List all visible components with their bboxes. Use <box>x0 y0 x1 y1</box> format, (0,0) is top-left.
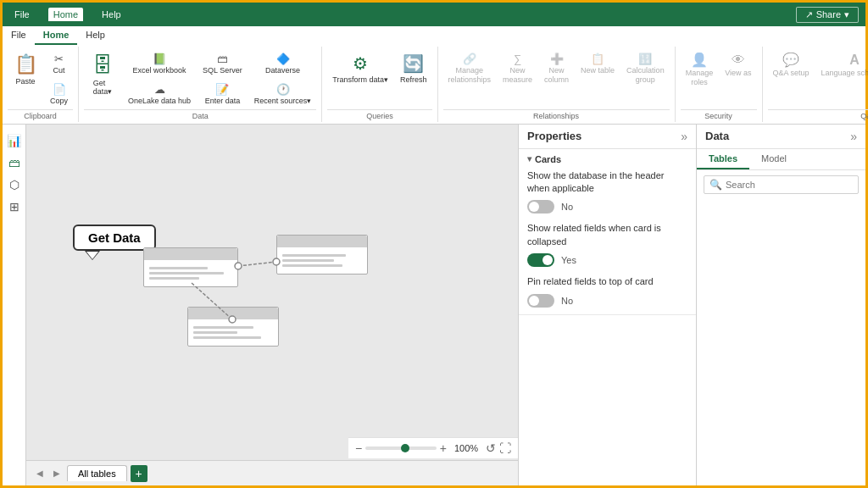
toggle-pin-related[interactable] <box>527 294 554 308</box>
callout-text: Get Data <box>88 230 141 245</box>
data-title: Data <box>705 130 729 142</box>
table-card-2-header <box>277 236 367 247</box>
language-schema-button[interactable]: A Language schema▾ <box>816 50 868 81</box>
enter-data-button[interactable]: 📝 Enter data <box>198 80 248 109</box>
onelake-icon: ☁ <box>154 84 165 95</box>
left-sidebar: 📊 🗃 ⬡ ⊞ <box>3 125 26 485</box>
zoom-plus-btn[interactable]: + <box>440 441 447 455</box>
zoom-minus-btn[interactable]: − <box>355 441 362 455</box>
sidebar-icon-report[interactable]: 📊 <box>5 131 24 150</box>
manage-rel-button[interactable]: 🔗 Managerelationships <box>443 50 497 88</box>
menu-help[interactable]: Help <box>97 8 126 21</box>
ribbon-group-security: 👤 Manageroles 👁 View as Security <box>676 47 763 122</box>
qa-setup-button[interactable]: 💬 Q&A setup <box>768 50 815 81</box>
property-pin-related: Pin related fields to top of card No <box>527 275 687 307</box>
menu-file[interactable]: File <box>9 8 35 21</box>
table-line <box>149 277 199 280</box>
new-measure-button[interactable]: ∑ Newmeasure <box>498 50 537 88</box>
toggle-show-related[interactable] <box>527 253 554 267</box>
table-card-2[interactable] <box>276 235 368 274</box>
chevron-icon: ▾ <box>527 154 531 164</box>
connector-lines <box>26 125 518 463</box>
zoom-reset-btn[interactable]: ↺ <box>486 441 496 455</box>
ribbon-group-data: 🗄 Getdata▾ 📗 Excel workbook ☁ OneLake da… <box>79 47 322 122</box>
sql-button[interactable]: 🗃 SQL Server <box>198 50 248 79</box>
excel-button[interactable]: 📗 Excel workbook <box>123 50 196 79</box>
cut-button[interactable]: ✂ Cut <box>45 50 73 79</box>
dataverse-button[interactable]: 🔷 Dataverse <box>249 50 317 79</box>
right-panel: Properties » ▾ Cards Show the database i… <box>518 125 865 485</box>
table-card-1[interactable] <box>143 247 238 287</box>
new-table-button[interactable]: 📋 New table <box>576 50 620 79</box>
recent-icon: 🕐 <box>276 84 290 95</box>
toggle-show-database[interactable] <box>527 200 554 214</box>
new-measure-icon: ∑ <box>514 53 521 64</box>
share-icon: ↗ <box>805 9 813 20</box>
table-card-3-header <box>188 308 278 319</box>
tab-model[interactable]: Model <box>749 149 798 169</box>
get-data-icon: 🗄 <box>92 53 113 77</box>
section-header-cards[interactable]: ▾ Cards <box>527 154 687 164</box>
search-icon: 🔍 <box>709 179 722 191</box>
properties-header: Properties » <box>519 125 696 149</box>
zoom-fit-btn[interactable]: ⛶ <box>499 441 511 455</box>
cards-section: ▾ Cards Show the database in the header … <box>519 149 696 315</box>
data-label: Data <box>84 109 316 122</box>
ribbon-content: 📋 Paste ✂ Cut 📄 Copy Clipboa <box>3 45 865 124</box>
sidebar-icon-data[interactable]: 🗃 <box>5 153 24 172</box>
menu-home[interactable]: Home <box>48 8 83 21</box>
zoom-bar: − + 100% ↺ ⛶ <box>348 437 518 458</box>
data-panel-header: Data » <box>697 125 865 149</box>
property-label-1: Show the database in the header when app… <box>527 169 687 196</box>
paste-button[interactable]: 📋 Paste <box>8 50 43 89</box>
nav-next[interactable]: ▶ <box>50 467 64 480</box>
table-line <box>149 267 208 269</box>
data-tabs: Tables Model <box>697 149 865 170</box>
table-line <box>282 259 334 262</box>
sidebar-icon-dax[interactable]: ⊞ <box>5 197 24 216</box>
manage-roles-button[interactable]: 👤 Manageroles <box>681 50 719 91</box>
add-tab-button[interactable]: + <box>131 465 147 482</box>
main-area: 📊 🗃 ⬡ ⊞ Get Data <box>3 125 865 485</box>
onelake-button[interactable]: ☁ OneLake data hub <box>123 80 196 109</box>
ribbon: File Home Help 📋 Paste ✂ Cut <box>3 26 865 125</box>
sidebar-icon-model[interactable]: ⬡ <box>5 175 24 194</box>
zoom-slider[interactable] <box>365 446 437 450</box>
view-as-icon: 👁 <box>732 53 745 67</box>
tab-tables[interactable]: Tables <box>697 149 749 169</box>
all-tables-tab[interactable]: All tables <box>67 465 127 481</box>
table-line <box>193 326 253 329</box>
sql-icon: 🗃 <box>217 53 228 64</box>
ribbon-group-relationships: 🔗 Managerelationships ∑ Newmeasure ➕ New… <box>438 47 676 122</box>
get-data-button[interactable]: 🗄 Getdata▾ <box>84 50 121 99</box>
calc-group-icon: 🔢 <box>638 53 652 64</box>
transform-button[interactable]: ⚙ Transform data▾ <box>327 50 393 87</box>
app-frame: File Home Help ↗ Share ▾ File Home Help … <box>0 0 868 488</box>
recent-sources-button[interactable]: 🕐 Recent sources▾ <box>249 80 317 109</box>
data-expand-btn[interactable]: » <box>850 130 857 143</box>
refresh-button[interactable]: 🔄 Refresh <box>395 50 432 87</box>
table-card-3[interactable] <box>187 307 279 347</box>
calc-group-button[interactable]: 🔢 Calculationgroup <box>621 50 670 88</box>
svg-line-0 <box>238 262 276 266</box>
enter-data-icon: 📝 <box>215 84 229 95</box>
nav-prev[interactable]: ◀ <box>33 467 47 480</box>
new-column-button[interactable]: ➕ Newcolumn <box>539 50 574 88</box>
tab-file[interactable]: File <box>3 26 35 45</box>
view-as-button[interactable]: 👁 View as <box>720 50 756 81</box>
new-table-icon: 📋 <box>591 53 604 64</box>
table-line <box>282 264 342 267</box>
ribbon-group-qa: 💬 Q&A setup A Language schema▾ ≡ Linguis… <box>763 47 868 122</box>
search-input[interactable] <box>726 180 853 190</box>
property-label-3: Pin related fields to top of card <box>527 275 687 288</box>
properties-expand-btn[interactable]: » <box>681 130 687 143</box>
callout-box: Get Data <box>73 225 156 251</box>
tab-help[interactable]: Help <box>77 26 114 45</box>
canvas-area[interactable]: Get Data <box>26 125 518 485</box>
paste-icon: 📋 <box>14 53 37 75</box>
copy-button[interactable]: 📄 Copy <box>45 80 73 109</box>
share-button[interactable]: ↗ Share ▾ <box>796 7 859 23</box>
ribbon-tabs: File Home Help <box>3 26 865 45</box>
tab-home[interactable]: Home <box>35 26 78 45</box>
zoom-percentage: 100% <box>450 443 482 453</box>
